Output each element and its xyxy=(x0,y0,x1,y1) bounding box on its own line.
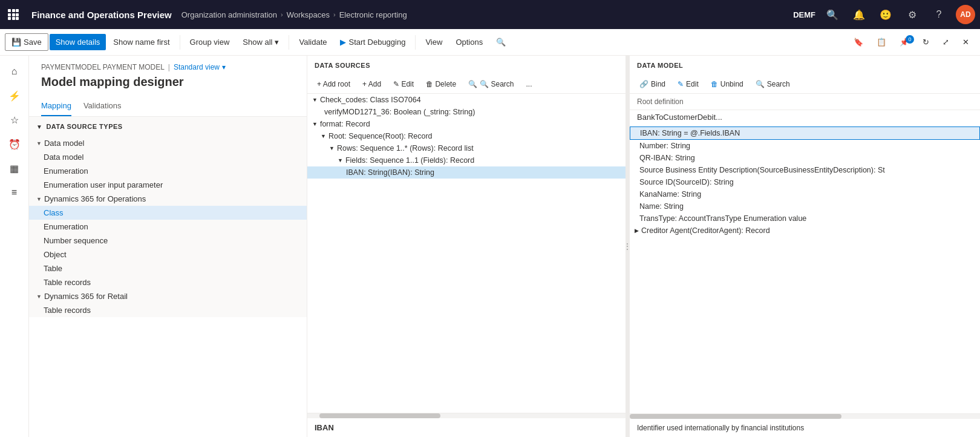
unbind-button[interactable]: 🗑 Unbind xyxy=(706,77,748,91)
dst-item-table-records-retail[interactable]: Table records xyxy=(29,303,307,317)
dm-item-name[interactable]: Name: String xyxy=(630,200,980,212)
save-button[interactable]: 💾 Save xyxy=(5,33,48,51)
standard-view-button[interactable]: Standard view ▾ xyxy=(174,63,226,71)
ds-edit-label: ✎ Edit xyxy=(393,80,414,88)
ds-header: DATA SOURCES xyxy=(307,56,626,75)
dst-item-table[interactable]: Table xyxy=(29,261,307,275)
ds-search-label: 🔍 Search xyxy=(480,80,514,88)
show-all-button[interactable]: Show all ▾ xyxy=(237,34,285,50)
svg-rect-2 xyxy=(16,9,19,12)
settings-icon[interactable]: ⚙ xyxy=(903,5,922,24)
dm-root-value: BankToCustomerDebit... xyxy=(630,110,980,126)
tab-mapping[interactable]: Mapping xyxy=(41,96,71,116)
app-grid-icon[interactable] xyxy=(5,6,22,23)
refresh-btn[interactable]: ↻ xyxy=(916,34,935,50)
dm-search-button[interactable]: 🔍 Search xyxy=(751,77,795,91)
validate-button[interactable]: Validate xyxy=(293,34,333,50)
tab-validations[interactable]: Validations xyxy=(83,96,122,116)
start-debugging-button[interactable]: ▶ Start Debugging xyxy=(334,34,411,50)
ds-scrollbar-thumb[interactable] xyxy=(319,413,440,418)
dm-item-iban[interactable]: IBAN: String = @.Fields.IBAN xyxy=(630,126,980,140)
breadcrumb-org[interactable]: Organization administration xyxy=(181,10,277,19)
ds-item-check-codes[interactable]: ▼ Check_codes: Class ISO7064 xyxy=(307,94,626,106)
options-button[interactable]: Options xyxy=(449,34,489,50)
breadcrumb-chevron-1: › xyxy=(281,11,283,18)
dm-item-trans-type[interactable]: TransType: AccountTransType Enumeration … xyxy=(630,212,980,225)
dst-item-enumeration-ops[interactable]: Enumeration xyxy=(29,220,307,234)
dst-collapse-icon[interactable]: ▼ xyxy=(36,123,42,130)
ds-item-rows[interactable]: ▼ Rows: Sequence 1..* (Rows): Record lis… xyxy=(307,142,626,154)
ds-h-scrollbar[interactable] xyxy=(307,413,626,418)
left-panel: PAYMENTMODEL PAYMENT MODEL | Standard vi… xyxy=(29,56,307,437)
ds-delete-button[interactable]: 🗑 Delete xyxy=(421,77,461,91)
close-btn[interactable]: ✕ xyxy=(956,34,975,50)
breadcrumb-er[interactable]: Electronic reporting xyxy=(339,10,407,19)
sidebar-workspace-icon[interactable]: ▦ xyxy=(4,157,25,179)
dm-item-creditor-agent[interactable]: ▶ Creditor Agent(CreditorAgent): Record xyxy=(630,225,980,237)
ds-label-iban: IBAN: String(IBAN): String xyxy=(346,168,434,177)
dm-h-scrollbar[interactable] xyxy=(630,413,980,418)
breadcrumb-workspaces[interactable]: Workspaces xyxy=(287,10,330,19)
dm-item-qr-iban[interactable]: QR-IBAN: String xyxy=(630,152,980,164)
panel-icon-btn[interactable]: 📋 xyxy=(871,34,892,50)
dst-item-class[interactable]: Class xyxy=(29,206,307,220)
ds-header-label: DATA SOURCES xyxy=(315,62,370,69)
ds-item-fields[interactable]: ▼ Fields: Sequence 1..1 (Fields): Record xyxy=(307,154,626,166)
mid-panel: DATA SOURCES + Add root + Add ✎ Edit 🗑 D… xyxy=(307,56,626,437)
show-details-label: Show details xyxy=(56,38,100,47)
dst-item-enumeration[interactable]: Enumeration xyxy=(29,164,307,178)
sidebar-list-icon[interactable]: ≡ xyxy=(4,182,25,203)
sidebar-favorites-icon[interactable]: ☆ xyxy=(4,109,25,131)
dm-edit-button[interactable]: ✎ Edit xyxy=(673,77,704,91)
ds-item-iban[interactable]: IBAN: String(IBAN): String xyxy=(307,166,626,179)
group-view-button[interactable]: Group view xyxy=(184,34,236,50)
dst-item-object[interactable]: Object xyxy=(29,248,307,261)
ds-add-label: + Add xyxy=(362,80,381,88)
ds-more-button[interactable]: ... xyxy=(521,77,537,91)
ds-delete-label: 🗑 Delete xyxy=(426,80,456,88)
dst-item-d365-retail-parent[interactable]: ▼ Dynamics 365 for Retail xyxy=(29,289,307,303)
dm-item-source-id[interactable]: Source ID(SourceID): String xyxy=(630,176,980,188)
notification-count-btn[interactable]: 📌 0 xyxy=(893,34,915,50)
emoji-icon[interactable]: 🙂 xyxy=(876,5,895,24)
dst-item-data-model-leaf[interactable]: Data model xyxy=(29,150,307,164)
search-icon[interactable]: 🔍 xyxy=(823,5,842,24)
view-button[interactable]: View xyxy=(419,34,448,50)
env-label: DEMF xyxy=(793,10,815,19)
sidebar-filter-icon[interactable]: ⚡ xyxy=(4,85,25,107)
dst-label-data-model: Data model xyxy=(44,139,84,148)
dm-item-source-business[interactable]: Source Business Entity Description(Sourc… xyxy=(630,164,980,176)
add-root-button[interactable]: + Add root xyxy=(312,77,355,91)
ds-item-root[interactable]: ▼ Root: Sequence(Root): Record xyxy=(307,130,626,142)
ds-add-button[interactable]: + Add xyxy=(358,77,386,91)
ds-edit-button[interactable]: ✎ Edit xyxy=(388,77,419,91)
ds-item-verify-mod[interactable]: verifyMOD1271_36: Boolean (_string: Stri… xyxy=(307,106,626,118)
svg-rect-5 xyxy=(16,13,19,16)
bind-button[interactable]: 🔗 Bind xyxy=(635,77,670,91)
ds-item-format[interactable]: ▼ format: Record xyxy=(307,118,626,130)
dst-item-table-records[interactable]: Table records xyxy=(29,275,307,289)
expand-btn[interactable]: ⤢ xyxy=(936,34,955,50)
toolbar-search-button[interactable]: 🔍 xyxy=(490,34,512,50)
sidebar-recent-icon[interactable]: ⏰ xyxy=(4,133,25,155)
sidebar-home-icon[interactable]: ⌂ xyxy=(4,61,25,82)
notification-icon[interactable]: 🔔 xyxy=(849,5,869,24)
show-details-button[interactable]: Show details xyxy=(50,34,106,50)
bookmark-icon-btn[interactable]: 🔖 xyxy=(848,34,869,50)
show-all-label: Show all xyxy=(243,38,272,47)
dm-item-kana-name[interactable]: KanaName: String xyxy=(630,188,980,200)
ds-label-rows: Rows: Sequence 1..* (Rows): Record list xyxy=(337,144,474,153)
dst-item-data-model-parent[interactable]: ▼ Data model xyxy=(29,136,307,150)
help-icon[interactable]: ? xyxy=(929,5,949,24)
ds-search-button[interactable]: 🔍 🔍 Search xyxy=(463,77,518,91)
dst-item-enum-user-input[interactable]: Enumeration user input parameter xyxy=(29,178,307,192)
dm-item-number[interactable]: Number: String xyxy=(630,140,980,152)
svg-rect-7 xyxy=(12,17,15,20)
dm-scrollbar-thumb[interactable] xyxy=(630,414,841,419)
dst-item-number-sequence[interactable]: Number sequence xyxy=(29,234,307,248)
dst-item-d365-ops-parent[interactable]: ▼ Dynamics 365 for Operations xyxy=(29,192,307,206)
dst-label-table-records: Table records xyxy=(44,278,91,287)
ds-arrow-fields: ▼ xyxy=(338,157,343,163)
avatar[interactable]: AD xyxy=(956,5,975,24)
show-name-first-button[interactable]: Show name first xyxy=(107,34,175,50)
